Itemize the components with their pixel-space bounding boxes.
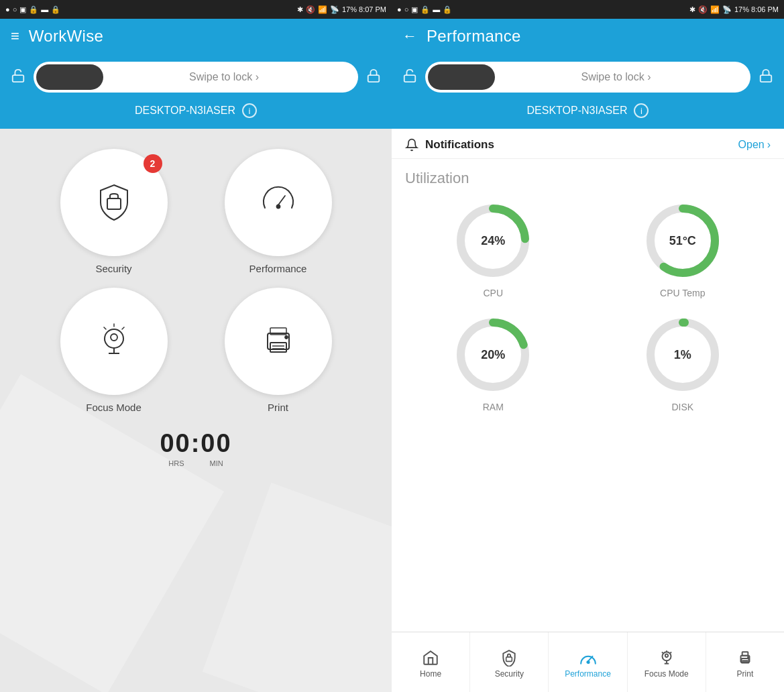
ram-value: 20% [481, 348, 505, 362]
left-device-name: DESKTOP-N3IASER [135, 105, 235, 117]
print-nav-icon [736, 649, 754, 667]
performance-label: Performance [249, 263, 307, 274]
left-swipe-text: Swipe to lock › [103, 71, 355, 83]
print-circle [225, 288, 332, 395]
circle-icon: ○ [13, 5, 17, 13]
right-swipe-area: Swipe to lock › [392, 54, 784, 103]
r-notification-icon: ● [397, 5, 402, 13]
left-swipe-knob [36, 64, 103, 90]
left-icon-grid: 2 Security Performance [42, 149, 350, 413]
notifications-row: Notifications Open › [392, 129, 784, 159]
notifications-open[interactable]: Open › [738, 139, 771, 151]
r-battery-text: 17% 8:06 PM [734, 5, 779, 13]
r-bluetooth-icon: ✱ [689, 5, 695, 14]
home-nav-icon [422, 649, 439, 667]
svg-rect-19 [761, 75, 772, 82]
home-nav-label: Home [420, 669, 441, 679]
svg-line-36 [670, 652, 671, 653]
svg-rect-2 [107, 198, 121, 209]
signal-icon: 📡 [330, 5, 339, 14]
cpu-donut: 24% [453, 200, 533, 281]
min-label: MIN [210, 459, 223, 467]
disk-donut: 1% [642, 314, 723, 395]
ram-item: 20% RAM [405, 314, 581, 412]
cpu-temp-item: 51°C CPU Temp [595, 200, 771, 298]
nav-home[interactable]: Home [392, 632, 470, 692]
menu-icon[interactable]: ≡ [11, 27, 19, 45]
cpu-label: CPU [483, 288, 503, 298]
left-main-area: 2 Security Performance [0, 129, 392, 692]
security-circle: 2 [60, 149, 168, 256]
print-label: Print [268, 402, 288, 413]
notif-chevron: › [767, 139, 771, 151]
ram-label: RAM [483, 402, 504, 412]
left-header: ≡ WorkWise [0, 19, 392, 54]
disk-label: DISK [671, 402, 693, 412]
right-swipe-knob [428, 64, 495, 90]
svg-point-6 [111, 334, 117, 341]
svg-rect-18 [404, 75, 416, 82]
svg-point-5 [105, 329, 123, 348]
nav-security[interactable]: Security [470, 632, 549, 692]
battery-text: 17% 8:07 PM [342, 5, 386, 13]
left-status-bar: ● ○ ▣ 🔒 ▬ 🔒 ✱ 🔇 📶 📡 17% 8:07 PM [0, 0, 392, 19]
bell-icon [405, 138, 418, 152]
cpu-temp-donut: 51°C [642, 200, 723, 281]
security-label: Security [95, 263, 131, 274]
right-swipe-bar[interactable]: Swipe to lock › [425, 62, 750, 93]
card-icon: ▬ [41, 5, 48, 13]
left-app-title: WorkWise [29, 27, 103, 46]
print-nav-label: Print [737, 669, 754, 679]
svg-line-37 [662, 652, 663, 653]
back-icon[interactable]: ← [402, 27, 417, 45]
focus-nav-icon [658, 649, 675, 667]
svg-point-31 [662, 652, 671, 660]
image-icon: ▣ [19, 5, 26, 14]
performance-button[interactable]: Performance [206, 149, 350, 274]
r-lock-status-icon: 🔒 [421, 5, 430, 14]
left-swipe-bar[interactable]: Swipe to lock › [34, 62, 358, 93]
security-nav-label: Security [495, 669, 524, 679]
mute-icon: 🔇 [306, 5, 315, 14]
focus-mode-label: Focus Mode [86, 402, 142, 413]
r-image-icon: ▣ [411, 5, 418, 14]
timer-area: 00:00 HRS MIN [160, 429, 231, 467]
right-header: ← Performance [392, 19, 784, 54]
left-info-icon[interactable]: i [242, 103, 257, 118]
right-status-bar: ● ○ ▣ 🔒 ▬ 🔒 ✱ 🔇 📶 📡 17% 8:06 PM [392, 0, 784, 19]
performance-nav-icon [579, 649, 597, 667]
bottom-nav: Home Security Performance [392, 632, 784, 692]
focus-mode-button[interactable]: Focus Mode [42, 288, 186, 413]
r-signal-icon: 📡 [722, 5, 732, 14]
hrs-label: HRS [168, 459, 184, 467]
print-button[interactable]: Print [206, 288, 350, 413]
security-nav-icon [500, 649, 518, 667]
wifi-icon: 📶 [318, 5, 327, 14]
security-button[interactable]: 2 Security [42, 149, 186, 274]
timer-labels: HRS MIN [160, 459, 231, 467]
performance-nav-label: Performance [565, 669, 611, 679]
cpu-temp-value: 51°C [669, 234, 696, 248]
notifications-title: Notifications [425, 138, 494, 152]
svg-rect-0 [13, 75, 24, 82]
svg-point-43 [748, 656, 749, 658]
svg-rect-13 [270, 343, 286, 352]
bluetooth-icon: ✱ [297, 5, 303, 14]
nav-print[interactable]: Print [706, 632, 784, 692]
left-status-icons: ● ○ ▣ 🔒 ▬ 🔒 [5, 5, 60, 14]
r-lock2-status-icon: 🔒 [443, 5, 452, 14]
left-lock-closed-icon [366, 68, 381, 86]
disk-value: 1% [674, 348, 691, 362]
right-info-icon[interactable]: i [634, 103, 649, 118]
svg-rect-1 [368, 75, 380, 82]
r-mute-icon: 🔇 [698, 5, 708, 14]
notification-icon: ● [5, 5, 10, 13]
right-status-icons: ● ○ ▣ 🔒 ▬ 🔒 [397, 5, 452, 14]
nav-focus-mode[interactable]: Focus Mode [628, 632, 706, 692]
right-main-area: Notifications Open › Utilization 24% [392, 129, 784, 632]
right-lock-closed-icon [759, 68, 773, 86]
svg-rect-28 [506, 656, 512, 661]
left-status-right: ✱ 🔇 📶 📡 17% 8:07 PM [297, 5, 386, 14]
utilization-grid: 24% CPU 51°C CPU Temp [405, 200, 771, 412]
nav-performance[interactable]: Performance [549, 632, 627, 692]
